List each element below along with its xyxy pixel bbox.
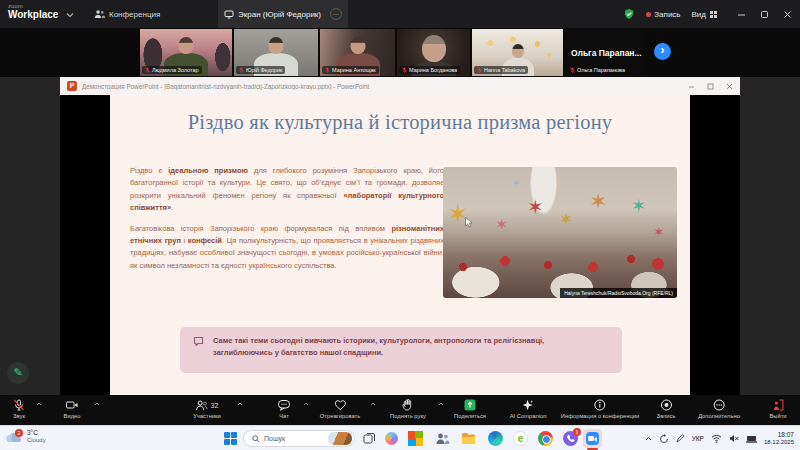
record-icon — [660, 399, 672, 411]
weather-widget[interactable]: 2 3°C Cloudy — [6, 429, 46, 445]
minimize-icon[interactable] — [688, 83, 695, 90]
monitor-icon — [224, 10, 234, 19]
minimize-icon[interactable] — [737, 10, 746, 19]
chevron-up-icon[interactable] — [303, 402, 309, 406]
search-icon — [252, 435, 260, 443]
wifi-icon[interactable] — [711, 434, 722, 443]
start-button[interactable] — [224, 432, 237, 445]
windows-logo-icon — [224, 432, 237, 445]
weather-description: Cloudy — [27, 437, 46, 445]
chat-bubble-icon — [278, 399, 291, 411]
mute-button[interactable]: Звук — [13, 399, 25, 419]
device-icon[interactable] — [746, 435, 757, 443]
tab-screen-share[interactable]: Экран (Юрій Федорик) ··· — [218, 0, 348, 28]
participant-video-active-speaker[interactable]: Марина Антощак — [320, 29, 395, 76]
slide-callout: Саме такі теми сьогодні вивчають історик… — [180, 327, 622, 373]
keyboard-language[interactable]: УКР — [692, 435, 704, 442]
chevron-down-icon[interactable] — [66, 12, 74, 18]
raise-hand-button[interactable]: Поднять руку — [390, 399, 426, 419]
camera-icon — [586, 432, 599, 445]
annotation-pencil-button[interactable]: ✎ — [7, 362, 29, 384]
eset-antivirus-icon[interactable]: e — [513, 431, 528, 446]
leave-icon — [772, 399, 784, 411]
windows-taskbar: 2 3°C Cloudy Пошук e — [0, 425, 800, 450]
mic-muted-icon — [13, 399, 25, 411]
participant-video-strip: Людмила Золотар Юрій Федорик Марина Анто… — [0, 28, 800, 77]
video-button[interactable]: Видео — [64, 399, 81, 419]
chevron-up-icon[interactable] — [370, 402, 376, 406]
participant-name-label: Ольга Парапанова — [567, 66, 628, 74]
search-input[interactable]: Пошук — [243, 430, 355, 447]
react-button[interactable]: Отреагировать — [320, 399, 360, 419]
powerpoint-logo-icon: P — [67, 81, 77, 91]
edge-browser-icon[interactable] — [488, 431, 503, 446]
pen-input-icon[interactable] — [676, 434, 685, 443]
recording-indicator[interactable]: Запись — [646, 10, 680, 19]
participants-icon — [196, 399, 209, 411]
next-participants-button[interactable]: › — [654, 43, 671, 60]
tab-screen-label: Экран (Юрій Федорик) — [238, 10, 321, 19]
slide-photo-caroling-parade: ✶ ✶ ✶ ✶ ✶ ✶ ✶ ✶ Halyna Tereshchuk/RadioS… — [443, 167, 677, 298]
sparkle-icon — [522, 399, 534, 411]
zoom-titlebar: zoom Workplace Конференция Экран (Юрій Ф… — [0, 0, 800, 28]
chevron-up-icon[interactable] — [36, 402, 42, 406]
tab-meeting[interactable]: Конференция — [88, 0, 166, 28]
slideshow-stage: Різдво як культурна й історична призма р… — [60, 95, 740, 395]
sync-icon[interactable] — [659, 434, 669, 444]
view-button[interactable]: Вид — [692, 10, 718, 19]
participants-count: 32 — [211, 402, 219, 409]
view-label: Вид — [692, 10, 706, 19]
task-view-button[interactable] — [363, 432, 376, 445]
speech-bubble-icon — [193, 336, 204, 347]
record-button[interactable]: Запись — [656, 399, 675, 419]
ai-companion-button[interactable]: AI Companion — [510, 399, 547, 419]
meeting-info-button[interactable]: Информация о конференции — [561, 399, 639, 419]
security-shield-icon[interactable] — [623, 8, 635, 20]
copilot-icon[interactable] — [385, 432, 398, 445]
chat-button[interactable]: Чат — [278, 399, 291, 419]
hidden-icons-chevron[interactable] — [645, 436, 652, 441]
volume-muted-icon[interactable] — [729, 434, 739, 443]
grid-icon — [709, 10, 718, 19]
christmas-star-icon: ✶ — [511, 177, 521, 189]
powerpoint-window: P Демонстрация PowerPoint - [Bagatomanit… — [60, 77, 740, 395]
powerpoint-titlebar: P Демонстрация PowerPoint - [Bagatomanit… — [60, 77, 740, 95]
raised-hand-icon — [403, 399, 414, 411]
maximize-icon[interactable] — [707, 83, 714, 90]
close-icon[interactable] — [726, 83, 733, 90]
chevron-up-icon[interactable] — [94, 402, 100, 406]
participant-name-label: Марина Антощак — [322, 66, 379, 74]
zoom-app-icon-active[interactable] — [583, 429, 602, 448]
chrome-browser-icon[interactable] — [538, 431, 553, 446]
mic-muted-icon — [145, 67, 150, 73]
christmas-star-icon: ✶ — [495, 217, 508, 233]
chevron-up-icon[interactable] — [237, 402, 243, 406]
viber-icon[interactable]: 1 — [563, 431, 578, 446]
maximize-icon[interactable] — [760, 10, 769, 19]
people-app-icon[interactable] — [435, 431, 450, 446]
participant-video-camera-off[interactable]: Ольга Парапан... Ольга Парапанова — [565, 29, 647, 76]
more-button[interactable]: Дополнительно — [698, 399, 740, 419]
slide-paragraph-1: Різдво є ідеальною призмою для глибокого… — [130, 165, 444, 215]
participant-video[interactable]: Hanna Tabakova — [472, 29, 563, 76]
ellipsis-icon — [713, 399, 725, 411]
mouse-cursor — [465, 217, 473, 228]
camera-icon — [66, 399, 79, 411]
record-dot-icon — [646, 12, 651, 17]
participant-video[interactable]: Юрій Федорик — [234, 29, 318, 76]
clock[interactable]: 18:07 18.12.2025 — [764, 431, 794, 447]
mic-muted-icon — [570, 67, 575, 73]
leave-meeting-button[interactable]: Выйти — [769, 399, 786, 419]
christmas-star-icon: ✶ — [559, 211, 573, 228]
participant-video[interactable]: Марина Богданова — [397, 29, 470, 76]
record-label: Запись — [654, 10, 680, 19]
chevron-up-icon[interactable] — [438, 402, 444, 406]
participant-video[interactable]: Людмила Золотар — [140, 29, 232, 76]
tab-more-icon[interactable]: ··· — [330, 8, 342, 20]
file-explorer-icon[interactable] — [461, 431, 476, 446]
close-icon[interactable] — [783, 10, 792, 19]
participants-button[interactable]: 32 Участники — [193, 399, 221, 419]
microsoft-365-icon[interactable] — [408, 431, 423, 446]
topbar-controls: Запись Вид — [623, 0, 792, 28]
share-screen-button[interactable]: Поделиться — [454, 399, 486, 419]
